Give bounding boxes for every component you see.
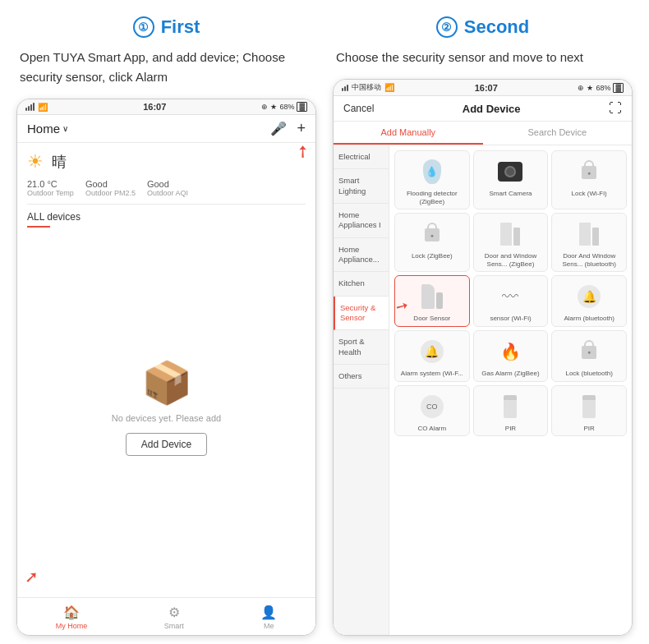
sensor-wifi-icon-area: 〰 bbox=[495, 281, 526, 312]
home-nav-icons: 🎤 + bbox=[270, 120, 306, 137]
water-icon: 💧 bbox=[426, 166, 438, 177]
door-main-2 bbox=[579, 223, 591, 246]
category-security-sensor[interactable]: Security & Sensor bbox=[334, 297, 389, 331]
battery-icon-1: ▓ bbox=[297, 102, 307, 112]
lock-bt-shape: ● bbox=[582, 340, 596, 363]
pir-shape-1 bbox=[504, 395, 517, 418]
lock-keyhole-2: ● bbox=[430, 232, 434, 238]
lock-zigbee-icon: ● bbox=[417, 218, 448, 250]
lock-keyhole-3: ● bbox=[587, 349, 591, 355]
category-home-appliances-1[interactable]: Home Appliances I bbox=[334, 204, 389, 238]
arrow-add-device: ➚ bbox=[25, 567, 39, 586]
bottom-nav-smart[interactable]: ⚙ Smart bbox=[164, 605, 184, 630]
battery-pct-2: 68% bbox=[596, 84, 610, 92]
lock-wifi-label: Lock (Wi-Fi) bbox=[572, 190, 607, 198]
battery-icon-2: ▓ bbox=[613, 83, 624, 93]
star-icon-2: ★ bbox=[587, 84, 593, 92]
chevron-down-icon: ∨ bbox=[62, 124, 68, 133]
door-sensor-part bbox=[513, 228, 520, 246]
bottom-nav-home[interactable]: 🏠 My Home bbox=[56, 605, 88, 630]
bar1 bbox=[25, 108, 27, 111]
door-window-zigbee-icon bbox=[495, 218, 526, 250]
weather-section: ☀ 晴 bbox=[17, 143, 315, 177]
tab-bar: Add Manually Search Device bbox=[334, 122, 632, 145]
smart-nav-label: Smart bbox=[164, 622, 184, 630]
profile-icon: 👤 bbox=[260, 605, 277, 620]
aqi-label: Outdoor AQI bbox=[147, 189, 188, 197]
step-2-description: Choose the security sensor and move to n… bbox=[333, 48, 587, 67]
camera-lens bbox=[504, 166, 516, 177]
me-nav-label: Me bbox=[264, 622, 274, 630]
category-others[interactable]: Others bbox=[334, 365, 389, 389]
device-co-alarm[interactable]: CO CO Alarm bbox=[394, 385, 470, 437]
step-2-title: Second bbox=[464, 16, 529, 38]
smart-icon: ⚙ bbox=[168, 605, 180, 620]
home-title: Home ∨ bbox=[27, 122, 68, 136]
page-container: ① First Open TUYA Smart App, and add dev… bbox=[0, 0, 649, 644]
bar1r bbox=[342, 88, 343, 91]
category-electrical[interactable]: Electrical bbox=[334, 145, 389, 169]
device-door-window-bt[interactable]: Door And Window Sens... (bluetooth) bbox=[551, 213, 627, 272]
status-bar-left-1: 📶 bbox=[25, 103, 48, 112]
aqi-value: Good bbox=[147, 179, 169, 189]
door-frame bbox=[436, 292, 443, 309]
add-device-button[interactable]: Add Device bbox=[126, 433, 207, 456]
category-home-appliances-2[interactable]: Home Appliance... bbox=[334, 238, 389, 273]
device-alarm-bt[interactable]: 🔔 Alarm (bluetooth) bbox=[551, 275, 627, 327]
temp-value: 21.0 °C bbox=[27, 179, 58, 189]
step-1-circle: ① bbox=[133, 16, 154, 38]
cancel-button[interactable]: Cancel bbox=[343, 103, 374, 114]
category-smart-lighting[interactable]: Smart Lighting bbox=[334, 169, 389, 204]
device-smart-camera[interactable]: Smart Camera bbox=[473, 150, 549, 209]
bar2 bbox=[28, 106, 30, 111]
camera-label: Smart Camera bbox=[489, 190, 532, 198]
weather-char: 晴 bbox=[52, 152, 67, 172]
device-lock-bt[interactable]: ● Lock (bluetooth) bbox=[551, 330, 627, 382]
device-flooding-detector[interactable]: 💧 Flooding detector (ZigBee) bbox=[394, 150, 470, 209]
empty-box-icon: 📦 bbox=[141, 359, 192, 407]
bar3 bbox=[30, 104, 32, 111]
co-alarm-label: CO Alarm bbox=[417, 425, 446, 433]
sun-icon: ☀ bbox=[27, 151, 44, 172]
alarm-bt-icon: 🔔 bbox=[573, 281, 605, 312]
tab-search-device[interactable]: Search Device bbox=[483, 122, 633, 145]
pir-2-icon bbox=[573, 391, 605, 422]
tab-add-manually[interactable]: Add Manually bbox=[334, 122, 483, 145]
expand-icon[interactable]: ⛶ bbox=[609, 101, 622, 116]
alarm-circle: 🔔 bbox=[578, 285, 601, 308]
category-kitchen[interactable]: Kitchen bbox=[334, 272, 389, 296]
lock-bt-icon: ● bbox=[573, 336, 605, 367]
wifi-icon-2: 📶 bbox=[384, 83, 394, 92]
signal-bars-2 bbox=[342, 85, 348, 91]
door-sensor-shape bbox=[421, 284, 443, 309]
alarm-bt-label: Alarm (bluetooth) bbox=[564, 315, 614, 323]
circle-icon-2: ⊕ bbox=[578, 84, 584, 92]
alarm-sys-label: Alarm system (Wi-F... bbox=[401, 370, 463, 378]
add-icon[interactable]: + bbox=[297, 120, 306, 137]
alarm-bell-icon: 🔔 bbox=[582, 290, 596, 303]
bottom-nav-me[interactable]: 👤 Me bbox=[260, 605, 277, 630]
mic-icon[interactable]: 🎤 bbox=[270, 121, 287, 136]
door-sensor-part-2 bbox=[592, 228, 599, 246]
step-1-title: First bbox=[161, 16, 200, 38]
lock-body: ● bbox=[582, 166, 596, 179]
step-1-description: Open TUYA Smart App, and add device; Cho… bbox=[16, 48, 316, 87]
device-lock-wifi[interactable]: ● Lock (Wi-Fi) bbox=[551, 150, 627, 209]
pir-1-icon bbox=[495, 391, 526, 422]
wifi-waves-icon: 〰 bbox=[502, 288, 518, 306]
category-sport-health[interactable]: Sport & Health bbox=[334, 330, 389, 365]
bottom-nav-1: 🏠 My Home ⚙ Smart 👤 Me bbox=[17, 597, 315, 635]
flooding-label: Flooding detector (ZigBee) bbox=[397, 190, 467, 205]
status-bar-1: 📶 16:07 ⊕ ★ 68% ▓ bbox=[17, 99, 315, 115]
weather-details: 21.0 °C Outdoor Temp Good Outdoor PM2.5 … bbox=[17, 177, 315, 204]
door-shape-2 bbox=[579, 223, 599, 246]
door-window-bt-icon bbox=[573, 218, 605, 250]
device-door-window-zigbee[interactable]: Door and Window Sens... (ZigBee) bbox=[473, 213, 549, 272]
empty-devices-area: 📦 No devices yet. Please add Add Device bbox=[17, 234, 315, 597]
door-window-bt-label: Door And Window Sens... (bluetooth) bbox=[554, 252, 624, 268]
pir-shape-2 bbox=[582, 395, 596, 418]
door-body bbox=[421, 284, 435, 309]
device-lock-zigbee[interactable]: ● Lock (ZigBee) bbox=[394, 213, 470, 272]
alarm-sys-bell-icon: 🔔 bbox=[425, 345, 439, 358]
device-sensor-wifi[interactable]: 〰 sensor (Wi-Fi) bbox=[473, 275, 549, 327]
